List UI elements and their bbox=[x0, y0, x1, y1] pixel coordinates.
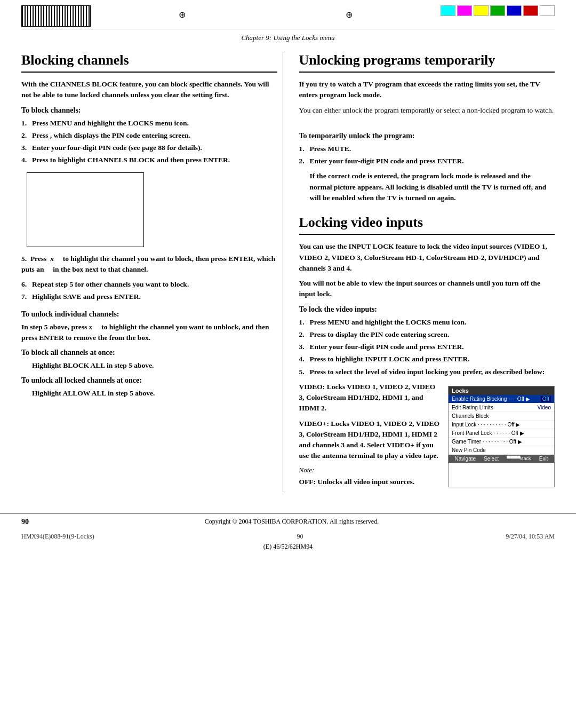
chapter-title: Chapter 9: Using the Locks menu bbox=[241, 34, 334, 42]
unlock-steps: 1. Press MUTE. 2. Enter your four-digit … bbox=[299, 144, 555, 167]
lock-steps: 1. Press MENU and highlight the LOCKS me… bbox=[299, 317, 555, 377]
blocking-channels-title: Blocking channels bbox=[21, 52, 277, 73]
compass-right: ⊕ bbox=[346, 10, 353, 20]
block-step-6: 6. Repeat step 5 for other channels you … bbox=[21, 279, 277, 290]
locks-menu-nav: Navigate Select ▀▀▀▀Back Exit bbox=[449, 455, 554, 463]
video-text-area: VIDEO: Locks VIDEO 1, VIDEO 2, VIDEO 3, … bbox=[299, 382, 440, 492]
locks-row-3: Input Lock · · · · · · · · · · Off ▶ bbox=[449, 421, 554, 429]
locks-menu-title: Locks bbox=[449, 386, 554, 395]
temp-unlock-heading: To temporarily unlock the program: bbox=[299, 132, 555, 140]
locks-row-1: Edit Rating Limits Video bbox=[449, 403, 554, 412]
locks-row-5: Game Timer · · · · · · · · · Off ▶ bbox=[449, 438, 554, 446]
lock-step-1: 1. Press MENU and highlight the LOCKS me… bbox=[299, 317, 555, 328]
locks-row-4: Front Panel Lock · · · · · · Off ▶ bbox=[449, 429, 554, 438]
videoplus-text: VIDEO+: Locks VIDEO 1, VIDEO 2, VIDEO 3,… bbox=[299, 418, 440, 462]
unlocking-intro1: If you try to watch a TV program that ex… bbox=[299, 79, 555, 101]
chapter-heading: Chapter 9: Using the Locks menu bbox=[0, 31, 576, 46]
locks-menu-screenshot: Locks Enable Rating Blocking · · · Off ▶… bbox=[448, 386, 555, 487]
lock-step-4: 4. Press to highlight INPUT LOCK and pre… bbox=[299, 354, 555, 365]
header: ⊕ ⊕ bbox=[0, 0, 576, 27]
block-step-3: 3. Enter your four-digit PIN code (see p… bbox=[21, 143, 277, 153]
color-block-green bbox=[490, 5, 505, 16]
unlocking-intro2: You can either unlock the program tempor… bbox=[299, 105, 555, 116]
header-center: ⊕ ⊕ bbox=[179, 5, 353, 20]
block-steps-list: 1. Press MENU and highlight the LOCKS me… bbox=[21, 118, 277, 166]
lock-step-2: 2. Press to display the PIN code enterin… bbox=[299, 329, 555, 340]
unlock-step-2: 2. Enter your four-digit PIN code and pr… bbox=[299, 156, 555, 167]
block-all-heading: To block all channels at once: bbox=[21, 349, 277, 357]
block-step-7: 7. Highlight SAVE and press ENTER. bbox=[21, 291, 277, 302]
if-correct-text: If the correct code is entered, the prog… bbox=[299, 171, 555, 203]
unlock-all-heading: To unlock all locked channels at once: bbox=[21, 376, 277, 385]
unlock-text: In step 5 above, press x to highlight th… bbox=[21, 322, 277, 344]
unlock-step-1: 1. Press MUTE. bbox=[299, 144, 555, 154]
block-step-5: 5. Press x to highlight the channel you … bbox=[21, 254, 277, 275]
lock-step-5: 5. Press to select the level of video in… bbox=[299, 367, 555, 377]
video-text: VIDEO: Locks VIDEO 1, VIDEO 2, VIDEO 3, … bbox=[299, 382, 440, 414]
locks-row-6: New Pin Code bbox=[449, 446, 554, 455]
off-text: OFF: Unlocks all video input sources. bbox=[299, 477, 440, 487]
locking-section: Locking video inputs You can use the INP… bbox=[299, 214, 555, 492]
very-bottom: (E) 46/52/62HM94 bbox=[0, 543, 576, 555]
lock-step-3: 3. Enter your four-digit PIN code and pr… bbox=[299, 342, 555, 352]
left-column: Blocking channels With the CHANNELS BLOC… bbox=[21, 52, 283, 492]
locking-intro2: You will not be able to view the input s… bbox=[299, 278, 555, 300]
tv-screen-image bbox=[27, 172, 144, 247]
right-column: Unlocking programs temporarily If you tr… bbox=[299, 52, 555, 492]
block-step-1: 1. Press MENU and highlight the LOCKS me… bbox=[21, 118, 277, 129]
unlock-all-text: Highlight ALLOW ALL in step 5 above. bbox=[21, 388, 277, 399]
page-number: 90 bbox=[21, 518, 29, 526]
color-block-blue bbox=[507, 5, 522, 16]
footer-copyright: Copyright © 2004 TOSHIBA CORPORATION. Al… bbox=[205, 518, 379, 526]
color-block-white bbox=[540, 5, 555, 16]
blocking-intro: With the CHANNELS BLOCK feature, you can… bbox=[21, 79, 277, 101]
block-all-text: Highlight BLOCK ALL in step 5 above. bbox=[21, 360, 277, 371]
bottom-date: 9/27/04, 10:53 AM bbox=[506, 533, 555, 541]
to-block-heading: To block channels: bbox=[21, 106, 277, 115]
block-step-2: 2. Press , which displays the PIN code e… bbox=[21, 130, 277, 141]
barcode-left bbox=[21, 5, 91, 27]
to-unlock-heading: To unlock individual channels: bbox=[21, 310, 277, 319]
two-columns: Blocking channels With the CHANNELS BLOC… bbox=[21, 52, 555, 492]
color-blocks bbox=[441, 5, 555, 16]
color-block-red bbox=[523, 5, 538, 16]
video-options-area: VIDEO: Locks VIDEO 1, VIDEO 2, VIDEO 3, … bbox=[299, 382, 555, 492]
bottom-bar: HMX94(E)088-91(9-Locks) 90 9/27/04, 10:5… bbox=[0, 531, 576, 543]
block-step-4: 4. Press to highlight CHANNELS BLOCK and… bbox=[21, 155, 277, 165]
bottom-page: 90 bbox=[297, 533, 303, 541]
main-content: Blocking channels With the CHANNELS BLOC… bbox=[0, 46, 576, 502]
locks-row-0: Enable Rating Blocking · · · Off ▶ Off bbox=[449, 395, 554, 403]
footer: 90 Copyright © 2004 TOSHIBA CORPORATION.… bbox=[0, 513, 576, 531]
color-block-cyan bbox=[441, 5, 455, 16]
header-rule bbox=[21, 29, 555, 29]
locking-title: Locking video inputs bbox=[299, 214, 555, 235]
to-lock-heading: To lock the video inputs: bbox=[299, 305, 555, 314]
color-block-magenta bbox=[457, 5, 472, 16]
color-block-yellow bbox=[474, 5, 489, 16]
locks-row-2: Channels Block bbox=[449, 412, 554, 421]
block-steps-list-2: 6. Repeat step 5 for other channels you … bbox=[21, 279, 277, 303]
note: Note: bbox=[299, 466, 440, 474]
compass-left: ⊕ bbox=[179, 10, 186, 20]
unlocking-title: Unlocking programs temporarily bbox=[299, 52, 555, 73]
bottom-model: HMX94(E)088-91(9-Locks) bbox=[21, 533, 94, 541]
locking-intro1: You can use the INPUT LOCK feature to lo… bbox=[299, 241, 555, 274]
